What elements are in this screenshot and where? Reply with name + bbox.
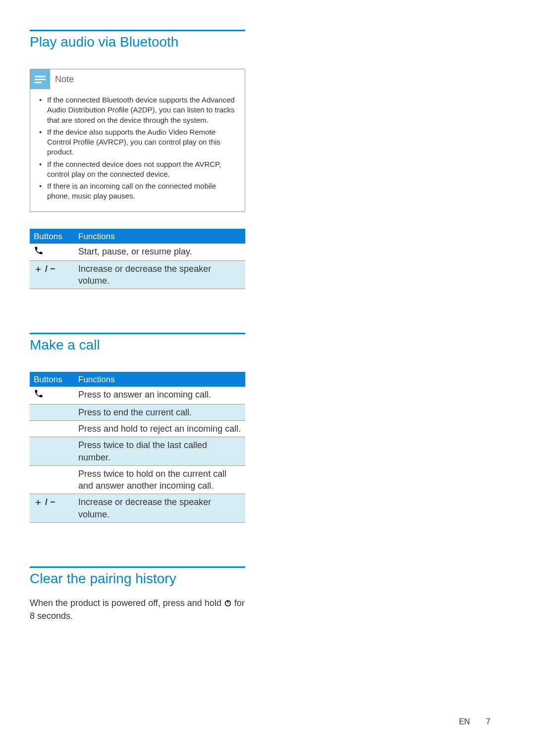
phone-icon: [34, 389, 44, 402]
table-row: Press to answer an incoming call.: [30, 387, 245, 404]
table-row: Press and hold to reject an incoming cal…: [30, 420, 245, 437]
button-cell-empty: [30, 404, 74, 420]
note-item: If the device also supports the Audio Vi…: [47, 127, 238, 157]
function-cell: Start, pause, or resume play.: [74, 244, 245, 261]
footer-lang: EN: [459, 717, 470, 726]
phone-icon: [34, 246, 44, 258]
function-cell: Increase or decrease the speaker volume.: [74, 494, 245, 523]
section-divider: [30, 566, 245, 568]
section-divider: [30, 30, 245, 31]
table-row: ＋ / − Increase or decrease the speaker v…: [30, 260, 245, 289]
note-box: Note If the connected Bluetooth device s…: [30, 69, 245, 212]
table-header-buttons: Buttons: [30, 372, 74, 387]
section-title-clear-pairing: Clear the pairing history: [30, 571, 245, 587]
function-cell: Press to end the current call.: [74, 404, 245, 420]
function-cell: Increase or decrease the speaker volume.: [74, 260, 245, 289]
note-label: Note: [55, 74, 74, 85]
button-cell-empty: [30, 420, 74, 437]
body-text-before: When the product is powered off, press a…: [30, 598, 224, 608]
table-header-functions: Functions: [74, 372, 245, 387]
function-cell: Press to answer an incoming call.: [74, 387, 245, 404]
table-row: Start, pause, or resume play.: [30, 244, 245, 261]
svg-rect-1: [35, 79, 46, 80]
footer-page-number: 7: [486, 717, 490, 726]
clear-pairing-body: When the product is powered off, press a…: [30, 597, 245, 622]
note-item: If there is an incoming call on the conn…: [47, 181, 238, 202]
section-divider: [30, 333, 245, 334]
section-title-make-call: Make a call: [30, 337, 245, 353]
buttons-functions-table-audio: Buttons Functions Start, pause, or resum…: [30, 229, 245, 290]
table-row: ＋ / − Increase or decrease the speaker v…: [30, 494, 245, 523]
button-cell-plus-minus: ＋ / −: [30, 260, 74, 289]
note-icon: [30, 69, 50, 89]
button-cell-phone: [30, 244, 74, 261]
table-header-functions: Functions: [74, 229, 245, 244]
function-cell: Press and hold to reject an incoming cal…: [74, 420, 245, 437]
table-header-buttons: Buttons: [30, 229, 74, 244]
power-icon: [224, 599, 232, 607]
table-row: Press twice to hold on the current call …: [30, 465, 245, 494]
note-item: If the connected Bluetooth device suppor…: [47, 95, 238, 125]
button-cell-plus-minus: ＋ / −: [30, 494, 74, 523]
page-footer: EN 7: [459, 717, 490, 726]
table-row: Press twice to dial the last called numb…: [30, 437, 245, 466]
note-item: If the connected device does not support…: [47, 159, 238, 180]
function-cell: Press twice to hold on the current call …: [74, 465, 245, 494]
button-cell-empty: [30, 465, 74, 494]
table-row: Press to end the current call.: [30, 404, 245, 420]
function-cell: Press twice to dial the last called numb…: [74, 437, 245, 466]
buttons-functions-table-call: Buttons Functions Press to answer an inc…: [30, 372, 245, 523]
section-title-play-audio: Play audio via Bluetooth: [30, 34, 245, 50]
svg-rect-2: [35, 82, 42, 83]
note-list: If the connected Bluetooth device suppor…: [37, 95, 238, 202]
button-cell-empty: [30, 437, 74, 466]
button-cell-phone: [30, 387, 74, 404]
svg-rect-0: [35, 76, 46, 77]
